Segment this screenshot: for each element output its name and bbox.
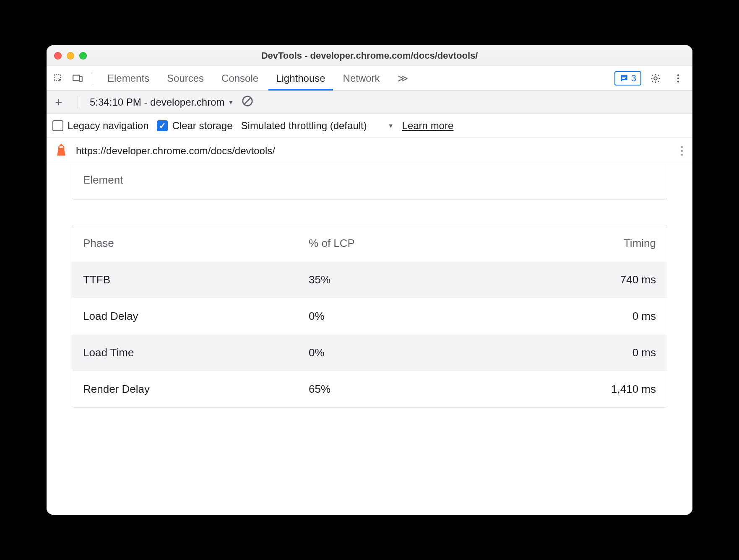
cell-timing: 0 ms [482, 346, 656, 359]
cell-phase: Load Delay [83, 310, 309, 323]
table-row: Load Time 0% 0 ms [72, 334, 667, 371]
svg-rect-2 [79, 76, 82, 81]
svg-point-3 [654, 77, 657, 80]
tab-lighthouse[interactable]: Lighthouse [268, 66, 333, 90]
close-window-button[interactable] [54, 52, 62, 60]
cell-timing: 1,410 ms [482, 383, 656, 396]
table-row: TTFB 35% 740 ms [72, 262, 667, 298]
traffic-lights [47, 52, 87, 60]
svg-point-12 [681, 153, 683, 156]
zoom-window-button[interactable] [79, 52, 87, 60]
tab-elements[interactable]: Elements [100, 66, 157, 90]
report-content: Element Phase % of LCP Timing TTFB 35% 7… [47, 164, 692, 515]
device-toolbar-icon[interactable] [69, 70, 86, 87]
option-label: Simulated throttling (default) [241, 120, 367, 132]
col-pct: % of LCP [309, 237, 482, 250]
svg-line-8 [245, 98, 251, 104]
cell-pct: 65% [309, 383, 482, 396]
cell-phase: Render Delay [83, 383, 309, 396]
legacy-navigation-option[interactable]: Legacy navigation [52, 120, 148, 132]
tab-label: Lighthouse [276, 73, 325, 84]
issues-badge[interactable]: 3 [614, 71, 641, 86]
clear-storage-option[interactable]: ✓ Clear storage [157, 120, 232, 132]
divider [78, 96, 78, 109]
block-icon [241, 95, 254, 107]
cell-phase: Load Time [83, 346, 309, 359]
kebab-icon [673, 73, 684, 84]
tabs-overflow[interactable]: ≫ [390, 66, 416, 90]
lighthouse-icon [54, 143, 68, 159]
devtools-tabs: Elements Sources Console Lighthouse Netw… [47, 66, 692, 91]
chevron-down-icon: ▼ [388, 122, 394, 129]
throttling-dropdown[interactable]: Simulated throttling (default) ▼ [241, 120, 394, 132]
cell-phase: TTFB [83, 273, 309, 286]
report-menu-button[interactable] [677, 145, 687, 157]
link-label: Learn more [402, 120, 454, 131]
cell-timing: 740 ms [482, 273, 656, 286]
cell-pct: 0% [309, 346, 482, 359]
report-dropdown[interactable]: 5:34:10 PM - developer.chrom ▼ [90, 96, 234, 108]
new-report-button[interactable]: + [52, 95, 66, 109]
report-url-row: https://developer.chrome.com/docs/devtoo… [47, 137, 692, 164]
svg-rect-9 [60, 146, 63, 148]
clear-button[interactable] [241, 95, 254, 110]
titlebar: DevTools - developer.chrome.com/docs/dev… [47, 45, 692, 66]
lighthouse-options: Legacy navigation ✓ Clear storage Simula… [47, 114, 692, 137]
tab-label: Network [343, 73, 380, 84]
table-row: Render Delay 65% 1,410 ms [72, 371, 667, 407]
report-url: https://developer.chrome.com/docs/devtoo… [76, 145, 275, 157]
svg-point-5 [677, 77, 679, 79]
svg-point-4 [677, 74, 679, 76]
cell-pct: 35% [309, 273, 482, 286]
kebab-icon [677, 145, 687, 157]
tab-label: Console [221, 73, 258, 84]
settings-button[interactable] [647, 70, 664, 87]
option-label: Legacy navigation [68, 120, 148, 132]
cell-pct: 0% [309, 310, 482, 323]
table-header: Phase % of LCP Timing [72, 225, 667, 262]
tab-label: Sources [167, 73, 204, 84]
issues-count: 3 [631, 73, 636, 84]
overflow-icon: ≫ [398, 73, 408, 84]
window-title: DevTools - developer.chrome.com/docs/dev… [47, 50, 692, 61]
checkbox-unchecked-icon[interactable] [52, 120, 63, 131]
learn-more-link[interactable]: Learn more [402, 120, 454, 132]
chat-icon [619, 74, 629, 83]
col-phase: Phase [83, 237, 309, 250]
devtools-window: DevTools - developer.chrome.com/docs/dev… [47, 45, 692, 515]
svg-rect-1 [73, 75, 79, 80]
table-row: Load Delay 0% 0 ms [72, 298, 667, 334]
lcp-element-card: Element [72, 164, 667, 200]
cell-timing: 0 ms [482, 310, 656, 323]
gear-icon [650, 73, 661, 84]
svg-point-11 [681, 150, 683, 152]
col-timing: Timing [482, 237, 656, 250]
divider [93, 72, 93, 85]
tab-label: Elements [107, 73, 149, 84]
option-label: Clear storage [172, 120, 232, 132]
inspect-element-icon[interactable] [50, 70, 67, 87]
tab-network[interactable]: Network [336, 66, 388, 90]
report-label: 5:34:10 PM - developer.chrom [90, 96, 225, 108]
tab-sources[interactable]: Sources [159, 66, 211, 90]
more-button[interactable] [670, 70, 687, 87]
card-label: Element [83, 174, 123, 186]
minimize-window-button[interactable] [67, 52, 74, 60]
checkbox-checked-icon[interactable]: ✓ [157, 120, 168, 131]
lcp-phase-table: Phase % of LCP Timing TTFB 35% 740 ms Lo… [72, 225, 667, 408]
lighthouse-toolbar: + 5:34:10 PM - developer.chrom ▼ [47, 91, 692, 114]
svg-point-10 [681, 146, 683, 148]
chevron-down-icon: ▼ [228, 99, 234, 106]
svg-point-6 [677, 80, 679, 82]
tab-console[interactable]: Console [214, 66, 266, 90]
